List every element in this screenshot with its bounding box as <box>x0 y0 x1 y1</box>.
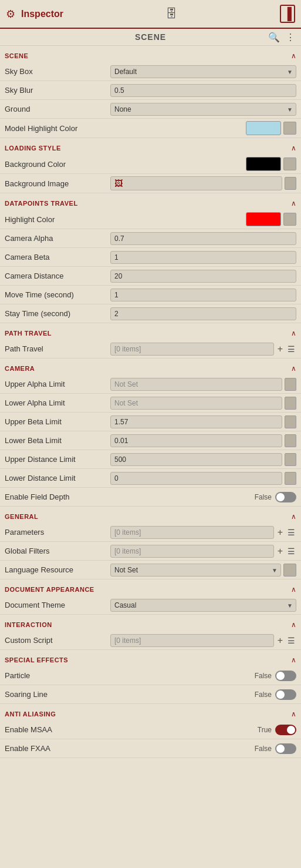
control-highlight-color <box>110 212 296 226</box>
chevron-path[interactable]: ∧ <box>291 329 296 337</box>
bgcolor-btn[interactable] <box>283 157 296 170</box>
section-title-scene: SCENE <box>5 52 28 59</box>
section-path-travel: PATH TRAVEL ∧ <box>0 326 301 340</box>
section-camera: CAMERA ∧ <box>0 361 301 375</box>
control-doc-theme: Casual Modern ▼ <box>110 599 296 612</box>
row-camera-distance: Camera Distance <box>0 267 301 286</box>
particle-toggle[interactable] <box>275 671 296 681</box>
row-stay-time: Stay Time (second) <box>0 304 301 323</box>
chevron-general[interactable]: ∧ <box>291 512 296 521</box>
label-msaa: Enable MSAA <box>5 725 110 734</box>
camera-alpha-input[interactable] <box>110 232 296 245</box>
label-ground: Ground <box>5 105 110 113</box>
section-title-special: SPECIAL EFFECTS <box>5 656 68 663</box>
particle-toggle-container: False <box>255 671 296 681</box>
upper-distance-btn[interactable] <box>285 453 296 466</box>
row-camera-beta: Camera Beta <box>0 248 301 267</box>
fxaa-knob <box>276 745 285 753</box>
section-anti-aliasing: ANTI ALIASING ∧ <box>0 706 301 720</box>
label-fxaa: Enable FXAA <box>5 744 110 753</box>
parameters-add[interactable]: + <box>276 527 284 538</box>
control-ground: None Flat ▼ <box>110 103 296 116</box>
row-bgimage: Background Image 🖼 <box>0 174 301 193</box>
bgcolor-swatch[interactable] <box>246 157 281 171</box>
upper-alpha-input[interactable] <box>110 378 282 391</box>
database-icon[interactable]: 🗄 <box>165 7 177 21</box>
chevron-special[interactable]: ∧ <box>291 656 296 664</box>
doc-theme-select[interactable]: Casual Modern <box>110 599 296 612</box>
lower-alpha-btn[interactable] <box>285 397 296 410</box>
highlight-color-btn[interactable] <box>283 213 296 226</box>
chevron-scene[interactable]: ∧ <box>291 52 296 60</box>
lower-alpha-input[interactable] <box>110 397 282 410</box>
lower-distance-input[interactable] <box>110 472 282 485</box>
global-filters-add[interactable]: + <box>276 546 284 557</box>
label-path-travel: Path Travel <box>5 344 110 353</box>
chevron-docappearance[interactable]: ∧ <box>291 585 296 594</box>
more-icon[interactable]: ⋮ <box>286 32 295 43</box>
path-travel-add[interactable]: + <box>276 344 284 354</box>
stay-time-input[interactable] <box>110 307 296 320</box>
label-skyblur: Sky Blur <box>5 86 110 95</box>
upper-alpha-btn[interactable] <box>285 378 296 391</box>
language-select[interactable]: Not Set <box>110 564 281 577</box>
section-interaction: INTERACTION ∧ <box>0 617 301 631</box>
custom-script-add[interactable]: + <box>276 635 284 646</box>
custom-script-menu[interactable]: ☰ <box>286 636 296 645</box>
field-depth-toggle[interactable] <box>275 492 296 502</box>
bgimage-btn[interactable] <box>285 177 296 190</box>
row-ground: Ground None Flat ▼ <box>0 100 301 119</box>
model-highlight-btn[interactable] <box>283 122 296 135</box>
skybox-select[interactable]: Default None <box>110 65 296 78</box>
upper-distance-input[interactable] <box>110 453 282 466</box>
bgimage-ctrl[interactable]: 🖼 <box>110 176 282 190</box>
msaa-toggle[interactable] <box>275 725 296 735</box>
upper-beta-input[interactable] <box>110 415 282 428</box>
chevron-loading[interactable]: ∧ <box>291 144 296 152</box>
section-special-effects: SPECIAL EFFECTS ∧ <box>0 652 301 666</box>
camera-beta-input[interactable] <box>110 251 296 264</box>
toolbar: SCENE 🔍 ⋮ <box>0 29 301 46</box>
chevron-antialiasing[interactable]: ∧ <box>291 710 296 718</box>
model-highlight-swatch[interactable] <box>246 121 281 135</box>
lower-distance-btn[interactable] <box>285 472 296 485</box>
fxaa-toggle[interactable] <box>275 743 296 754</box>
soaring-toggle[interactable] <box>275 689 296 700</box>
row-highlight-color: Highlight Color <box>0 210 301 229</box>
language-btn[interactable] <box>283 564 296 577</box>
inspector-content: SCENE ∧ Sky Box Default None ▼ Sky Blur … <box>0 48 301 758</box>
lower-beta-input[interactable] <box>110 434 282 447</box>
skybox-select-wrapper: Default None ▼ <box>110 65 296 78</box>
label-model-highlight: Model Highlight Color <box>5 124 110 133</box>
skyblur-input[interactable] <box>110 84 296 97</box>
search-icon[interactable]: 🔍 <box>268 32 280 43</box>
parameters-menu[interactable]: ☰ <box>286 528 296 537</box>
label-language-resource: Language Resource <box>5 565 110 574</box>
ground-select[interactable]: None Flat <box>110 103 296 116</box>
label-bgcolor: Background Color <box>5 160 110 169</box>
global-filters-menu[interactable]: ☰ <box>286 547 296 556</box>
path-travel-menu[interactable]: ☰ <box>286 344 296 354</box>
move-time-input[interactable] <box>110 289 296 301</box>
upper-beta-btn[interactable] <box>285 415 296 428</box>
chevron-camera[interactable]: ∧ <box>291 364 296 373</box>
header-title: Inspector <box>21 9 63 19</box>
row-skybox: Sky Box Default None ▼ <box>0 62 301 81</box>
label-lower-distance: Lower Distance Limit <box>5 474 110 482</box>
ground-select-wrapper: None Flat ▼ <box>110 103 296 116</box>
particle-knob <box>276 672 285 680</box>
section-title-antialiasing: ANTI ALIASING <box>5 711 56 718</box>
section-title-docappearance: DOCUMENT APPEARANCE <box>5 586 94 593</box>
chevron-datapoints[interactable]: ∧ <box>291 199 296 207</box>
settings-icon: ⚙ <box>6 8 15 21</box>
camera-distance-input[interactable] <box>110 270 296 283</box>
control-field-depth: False <box>110 492 296 502</box>
control-msaa: True <box>110 725 296 735</box>
row-field-depth: Enable Field Depth False <box>0 488 301 507</box>
chevron-interaction[interactable]: ∧ <box>291 621 296 629</box>
highlight-color-swatch[interactable] <box>246 212 281 226</box>
panel-icon[interactable]: ▐ <box>280 5 295 23</box>
row-path-travel: Path Travel [0 items] + ☰ <box>0 340 301 358</box>
row-model-highlight: Model Highlight Color <box>0 119 301 138</box>
lower-beta-btn[interactable] <box>285 434 296 447</box>
